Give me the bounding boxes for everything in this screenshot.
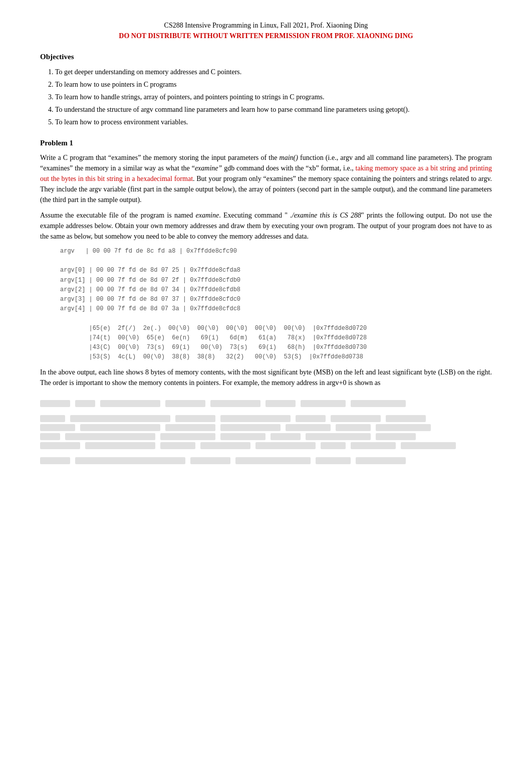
blurred-chunk <box>356 457 406 464</box>
blurred-chunk <box>75 457 185 464</box>
objective-3: To learn how to handle strings, array of… <box>55 92 492 102</box>
highlight-taking-memory: taking memory space as a bit string and … <box>40 164 492 182</box>
blurred-chunk <box>165 424 215 431</box>
objective-1: To get deeper understanding on memory ad… <box>55 67 492 77</box>
blurred-chunk <box>296 415 326 422</box>
blurred-chunk <box>351 400 406 407</box>
blurred-chunk <box>40 433 60 440</box>
blurred-row-5 <box>40 442 492 449</box>
blurred-chunk <box>265 400 296 407</box>
blurred-chunk <box>376 424 431 431</box>
blurred-row-6 <box>40 457 492 464</box>
command-italic: ./examine this is CS 288 <box>290 212 361 219</box>
blurred-chunk <box>165 400 205 407</box>
blurred-chunk <box>376 433 416 440</box>
blurred-chunk <box>200 442 250 449</box>
blurred-chunk <box>286 424 331 431</box>
blurred-row-1 <box>40 400 492 407</box>
blurred-chunk <box>316 457 351 464</box>
blurred-chunk <box>100 400 160 407</box>
blurred-chunk <box>210 400 260 407</box>
blurred-chunk <box>306 433 371 440</box>
blurred-chunk <box>255 442 316 449</box>
distribution-warning: DO NOT DISTRIBUTE WITHOUT WRITTEN PERMIS… <box>40 31 492 41</box>
blurred-chunk <box>351 442 396 449</box>
blurred-row-3 <box>40 424 492 431</box>
blurred-chunk <box>220 433 265 440</box>
problem1-para1: Write a C program that “examines” the me… <box>40 152 492 205</box>
objective-2: To learn how to use pointers in C progra… <box>55 79 492 90</box>
blurred-chunk <box>271 433 301 440</box>
problem1-para3: In the above output, each line shows 8 b… <box>40 367 492 388</box>
blurred-chunk <box>301 400 346 407</box>
blurred-chunk <box>331 415 381 422</box>
blurred-chunk <box>40 442 80 449</box>
blurred-chunk <box>401 442 456 449</box>
blurred-chunk <box>235 457 311 464</box>
main-italic: main() <box>280 154 298 161</box>
blurred-chunk <box>40 424 75 431</box>
blurred-chunk <box>80 424 160 431</box>
blurred-chunk <box>70 415 170 422</box>
blurred-chunk <box>85 442 155 449</box>
blurred-row-2 <box>40 415 492 422</box>
blurred-chunk <box>75 400 95 407</box>
page-header: CS288 Intensive Programming in Linux, Fa… <box>40 20 492 41</box>
blurred-chunk <box>336 424 371 431</box>
blurred-chunk <box>40 457 70 464</box>
blurred-chunk <box>65 433 155 440</box>
objective-5: To learn how to process environment vari… <box>55 117 492 127</box>
course-title: CS288 Intensive Programming in Linux, Fa… <box>40 20 492 31</box>
examine-italic: examine” <box>195 164 222 172</box>
blurred-chunk <box>190 457 230 464</box>
blurred-chunk <box>40 415 65 422</box>
blurred-row-4 <box>40 433 492 440</box>
blurred-section-3 <box>40 457 492 464</box>
blurred-chunk <box>40 400 70 407</box>
problem1-para2: Assume the executable file of the progra… <box>40 210 492 242</box>
blurred-chunk <box>160 442 195 449</box>
objective-4: To understand the structure of argv comm… <box>55 104 492 115</box>
blurred-chunk <box>321 442 346 449</box>
problem1-heading: Problem 1 <box>40 137 492 149</box>
blurred-section-2 <box>40 415 492 449</box>
code-output: argv | 00 00 7f fd de 8c fd a8 | 0x7ffdd… <box>60 247 492 362</box>
blurred-chunk <box>220 424 281 431</box>
objectives-list: To get deeper understanding on memory ad… <box>55 67 492 127</box>
blurred-chunk <box>175 415 215 422</box>
blurred-chunk <box>220 415 291 422</box>
blurred-chunk <box>160 433 215 440</box>
blurred-content <box>40 394 492 470</box>
examine-name-italic: examine <box>196 212 219 219</box>
objectives-heading: Objectives <box>40 51 492 63</box>
blurred-chunk <box>386 415 426 422</box>
